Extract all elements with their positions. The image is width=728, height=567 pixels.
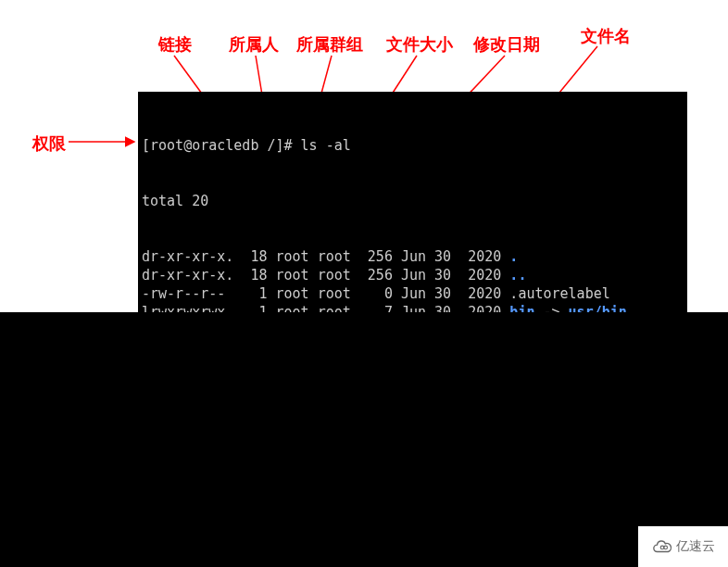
table-row: -rw-r--r-- 1 root root 0 Jun 30 2020 .au… [142, 284, 684, 303]
table-row: dr-xr-xr-x. 18 root root 256 Jun 30 2020… [142, 247, 684, 266]
label-group: 所属群组 [296, 33, 363, 56]
svg-point-8 [660, 546, 664, 549]
cloud-icon [652, 536, 672, 557]
table-row: dr-xr-xr-x. 18 root root 256 Jun 30 2020… [142, 266, 684, 284]
terminal-output: [root@oracledb /]# ls -al total 20 dr-xr… [138, 92, 687, 312]
svg-point-9 [663, 546, 667, 549]
label-links: 链接 [158, 33, 192, 56]
label-date: 修改日期 [473, 33, 540, 56]
terminal-prompt: [root@oracledb /]# ls -al [142, 136, 684, 155]
watermark: 亿速云 [638, 526, 728, 567]
label-permissions: 权限 [32, 132, 66, 155]
label-filename: 文件名 [581, 25, 631, 47]
bottom-panel [0, 312, 728, 567]
table-row: lrwxrwxrwx. 1 root root 7 Jun 30 2020 bi… [142, 303, 684, 312]
watermark-text: 亿速云 [676, 538, 715, 555]
label-size: 文件大小 [386, 33, 453, 56]
terminal-total: total 20 [142, 192, 684, 210]
label-owner: 所属人 [229, 33, 279, 56]
